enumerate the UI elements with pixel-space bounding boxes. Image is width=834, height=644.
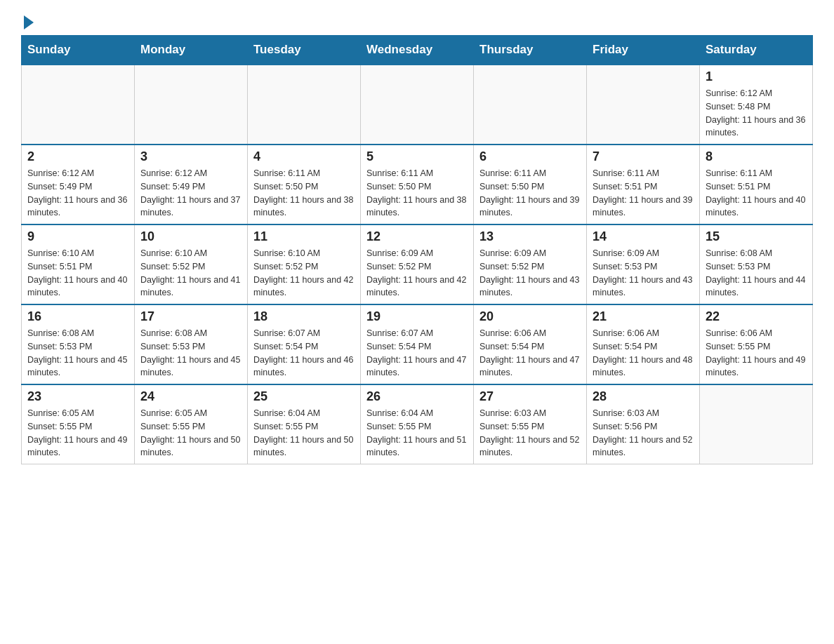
calendar-cell (700, 384, 813, 464)
calendar-cell: 21Sunrise: 6:06 AMSunset: 5:54 PMDayligh… (587, 304, 700, 384)
calendar-cell: 18Sunrise: 6:07 AMSunset: 5:54 PMDayligh… (248, 304, 361, 384)
page-header (21, 14, 813, 28)
day-info: Sunrise: 6:11 AMSunset: 5:50 PMDaylight:… (479, 167, 581, 220)
day-info: Sunrise: 6:10 AMSunset: 5:52 PMDaylight:… (253, 247, 355, 300)
day-info: Sunrise: 6:04 AMSunset: 5:55 PMDaylight:… (366, 407, 468, 459)
week-row-1: 1Sunrise: 6:12 AMSunset: 5:48 PMDaylight… (22, 65, 813, 145)
day-number: 7 (593, 149, 694, 164)
day-info: Sunrise: 6:12 AMSunset: 5:48 PMDaylight:… (706, 87, 807, 140)
day-number: 8 (706, 149, 807, 164)
calendar-cell: 17Sunrise: 6:08 AMSunset: 5:53 PMDayligh… (135, 304, 248, 384)
day-info: Sunrise: 6:05 AMSunset: 5:55 PMDaylight:… (140, 407, 241, 459)
weekday-header-monday: Monday (135, 36, 248, 65)
day-number: 26 (366, 389, 468, 404)
calendar-cell: 26Sunrise: 6:04 AMSunset: 5:55 PMDayligh… (361, 384, 474, 464)
calendar-cell (361, 65, 474, 145)
calendar-cell: 14Sunrise: 6:09 AMSunset: 5:53 PMDayligh… (587, 224, 700, 304)
calendar-table: SundayMondayTuesdayWednesdayThursdayFrid… (21, 35, 813, 464)
logo-arrow-icon (24, 15, 34, 29)
calendar-cell (474, 65, 587, 145)
calendar-cell: 19Sunrise: 6:07 AMSunset: 5:54 PMDayligh… (361, 304, 474, 384)
day-number: 16 (27, 309, 128, 324)
calendar-cell: 5Sunrise: 6:11 AMSunset: 5:50 PMDaylight… (361, 145, 474, 224)
day-number: 28 (593, 389, 694, 404)
weekday-header-wednesday: Wednesday (361, 36, 474, 65)
calendar-cell: 10Sunrise: 6:10 AMSunset: 5:52 PMDayligh… (135, 224, 248, 304)
calendar-cell: 20Sunrise: 6:06 AMSunset: 5:54 PMDayligh… (474, 304, 587, 384)
calendar-cell: 2Sunrise: 6:12 AMSunset: 5:49 PMDaylight… (22, 145, 135, 224)
calendar-cell: 11Sunrise: 6:10 AMSunset: 5:52 PMDayligh… (248, 224, 361, 304)
day-number: 3 (140, 149, 241, 164)
calendar-cell: 7Sunrise: 6:11 AMSunset: 5:51 PMDaylight… (587, 145, 700, 224)
weekday-header-sunday: Sunday (22, 36, 135, 65)
day-info: Sunrise: 6:06 AMSunset: 5:54 PMDaylight:… (593, 327, 694, 380)
logo (21, 14, 34, 28)
calendar-cell: 1Sunrise: 6:12 AMSunset: 5:48 PMDaylight… (700, 65, 813, 145)
day-info: Sunrise: 6:06 AMSunset: 5:55 PMDaylight:… (706, 327, 807, 380)
day-info: Sunrise: 6:07 AMSunset: 5:54 PMDaylight:… (253, 327, 355, 380)
weekday-header-friday: Friday (587, 36, 700, 65)
calendar-cell: 27Sunrise: 6:03 AMSunset: 5:55 PMDayligh… (474, 384, 587, 464)
day-info: Sunrise: 6:09 AMSunset: 5:52 PMDaylight:… (479, 247, 581, 300)
week-row-5: 23Sunrise: 6:05 AMSunset: 5:55 PMDayligh… (22, 384, 813, 464)
day-number: 11 (253, 229, 355, 244)
day-number: 22 (706, 309, 807, 324)
day-info: Sunrise: 6:04 AMSunset: 5:55 PMDaylight:… (253, 407, 355, 459)
day-number: 27 (479, 389, 581, 404)
day-info: Sunrise: 6:03 AMSunset: 5:55 PMDaylight:… (479, 407, 581, 459)
calendar-cell: 12Sunrise: 6:09 AMSunset: 5:52 PMDayligh… (361, 224, 474, 304)
day-number: 2 (27, 149, 128, 164)
day-info: Sunrise: 6:11 AMSunset: 5:51 PMDaylight:… (706, 167, 807, 220)
day-info: Sunrise: 6:10 AMSunset: 5:51 PMDaylight:… (27, 247, 128, 300)
weekday-header-thursday: Thursday (474, 36, 587, 65)
calendar-cell (587, 65, 700, 145)
day-number: 24 (140, 389, 241, 404)
day-number: 4 (253, 149, 355, 164)
calendar-cell: 24Sunrise: 6:05 AMSunset: 5:55 PMDayligh… (135, 384, 248, 464)
day-number: 14 (593, 229, 694, 244)
day-info: Sunrise: 6:12 AMSunset: 5:49 PMDaylight:… (27, 167, 128, 220)
day-number: 25 (253, 389, 355, 404)
calendar-cell (135, 65, 248, 145)
weekday-header-tuesday: Tuesday (248, 36, 361, 65)
week-row-3: 9Sunrise: 6:10 AMSunset: 5:51 PMDaylight… (22, 224, 813, 304)
calendar-cell: 23Sunrise: 6:05 AMSunset: 5:55 PMDayligh… (22, 384, 135, 464)
day-number: 15 (706, 229, 807, 244)
calendar-cell: 4Sunrise: 6:11 AMSunset: 5:50 PMDaylight… (248, 145, 361, 224)
calendar-cell (248, 65, 361, 145)
day-info: Sunrise: 6:08 AMSunset: 5:53 PMDaylight:… (27, 327, 128, 380)
day-number: 1 (706, 69, 807, 84)
day-info: Sunrise: 6:08 AMSunset: 5:53 PMDaylight:… (140, 327, 241, 380)
calendar-cell: 9Sunrise: 6:10 AMSunset: 5:51 PMDaylight… (22, 224, 135, 304)
calendar-cell: 13Sunrise: 6:09 AMSunset: 5:52 PMDayligh… (474, 224, 587, 304)
week-row-2: 2Sunrise: 6:12 AMSunset: 5:49 PMDaylight… (22, 145, 813, 224)
day-info: Sunrise: 6:09 AMSunset: 5:53 PMDaylight:… (593, 247, 694, 300)
calendar-cell: 28Sunrise: 6:03 AMSunset: 5:56 PMDayligh… (587, 384, 700, 464)
day-info: Sunrise: 6:07 AMSunset: 5:54 PMDaylight:… (366, 327, 468, 380)
calendar-cell: 3Sunrise: 6:12 AMSunset: 5:49 PMDaylight… (135, 145, 248, 224)
day-info: Sunrise: 6:12 AMSunset: 5:49 PMDaylight:… (140, 167, 241, 220)
day-number: 17 (140, 309, 241, 324)
day-number: 21 (593, 309, 694, 324)
day-number: 20 (479, 309, 581, 324)
day-info: Sunrise: 6:11 AMSunset: 5:51 PMDaylight:… (593, 167, 694, 220)
calendar-header-row: SundayMondayTuesdayWednesdayThursdayFrid… (22, 36, 813, 65)
day-number: 13 (479, 229, 581, 244)
day-number: 5 (366, 149, 468, 164)
day-number: 12 (366, 229, 468, 244)
calendar-cell: 22Sunrise: 6:06 AMSunset: 5:55 PMDayligh… (700, 304, 813, 384)
day-number: 19 (366, 309, 468, 324)
calendar-cell: 25Sunrise: 6:04 AMSunset: 5:55 PMDayligh… (248, 384, 361, 464)
day-info: Sunrise: 6:11 AMSunset: 5:50 PMDaylight:… (253, 167, 355, 220)
day-info: Sunrise: 6:09 AMSunset: 5:52 PMDaylight:… (366, 247, 468, 300)
day-number: 6 (479, 149, 581, 164)
day-number: 9 (27, 229, 128, 244)
day-info: Sunrise: 6:05 AMSunset: 5:55 PMDaylight:… (27, 407, 128, 459)
calendar-cell: 8Sunrise: 6:11 AMSunset: 5:51 PMDaylight… (700, 145, 813, 224)
calendar-cell (22, 65, 135, 145)
weekday-header-saturday: Saturday (700, 36, 813, 65)
day-number: 23 (27, 389, 128, 404)
calendar-cell: 15Sunrise: 6:08 AMSunset: 5:53 PMDayligh… (700, 224, 813, 304)
day-info: Sunrise: 6:11 AMSunset: 5:50 PMDaylight:… (366, 167, 468, 220)
calendar-cell: 6Sunrise: 6:11 AMSunset: 5:50 PMDaylight… (474, 145, 587, 224)
